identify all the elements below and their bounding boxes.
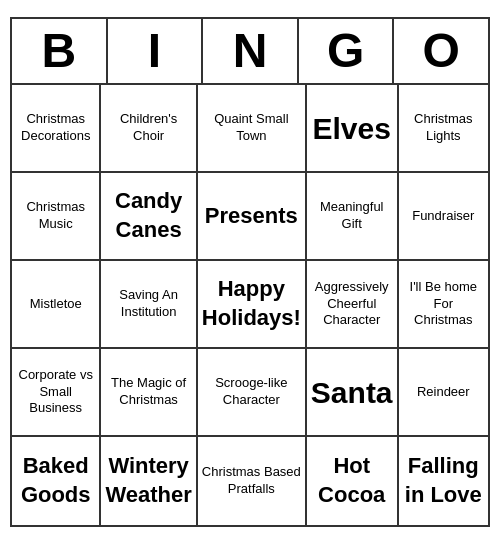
header-letter-o: O <box>394 19 488 83</box>
bingo-cell-0[interactable]: Christmas Decorations <box>12 85 101 173</box>
bingo-cell-21[interactable]: Wintery Weather <box>101 437 197 525</box>
bingo-cell-11[interactable]: Saving An Institution <box>101 261 197 349</box>
header-letter-b: B <box>12 19 108 83</box>
header-letter-n: N <box>203 19 299 83</box>
bingo-grid: Christmas DecorationsChildren's ChoirQua… <box>12 85 488 525</box>
bingo-cell-1[interactable]: Children's Choir <box>101 85 197 173</box>
bingo-cell-10[interactable]: Mistletoe <box>12 261 101 349</box>
bingo-cell-4[interactable]: Christmas Lights <box>399 85 488 173</box>
bingo-cell-13[interactable]: Aggressively Cheerful Character <box>307 261 399 349</box>
bingo-cell-19[interactable]: Reindeer <box>399 349 488 437</box>
bingo-cell-12[interactable]: Happy Holidays! <box>198 261 307 349</box>
bingo-cell-18[interactable]: Santa <box>307 349 399 437</box>
bingo-card: BINGO Christmas DecorationsChildren's Ch… <box>10 17 490 527</box>
bingo-cell-5[interactable]: Christmas Music <box>12 173 101 261</box>
bingo-cell-8[interactable]: Meaningful Gift <box>307 173 399 261</box>
header-letter-g: G <box>299 19 395 83</box>
bingo-cell-6[interactable]: Candy Canes <box>101 173 197 261</box>
bingo-cell-2[interactable]: Quaint Small Town <box>198 85 307 173</box>
bingo-cell-16[interactable]: The Magic of Christmas <box>101 349 197 437</box>
bingo-cell-22[interactable]: Christmas Based Pratfalls <box>198 437 307 525</box>
bingo-cell-9[interactable]: Fundraiser <box>399 173 488 261</box>
bingo-cell-23[interactable]: Hot Cocoa <box>307 437 399 525</box>
bingo-cell-20[interactable]: Baked Goods <box>12 437 101 525</box>
bingo-cell-7[interactable]: Presents <box>198 173 307 261</box>
bingo-cell-24[interactable]: Falling in Love <box>399 437 488 525</box>
bingo-cell-15[interactable]: Corporate vs Small Business <box>12 349 101 437</box>
bingo-cell-17[interactable]: Scrooge-like Character <box>198 349 307 437</box>
bingo-cell-14[interactable]: I'll Be home For Christmas <box>399 261 488 349</box>
bingo-header: BINGO <box>12 19 488 85</box>
header-letter-i: I <box>108 19 204 83</box>
bingo-cell-3[interactable]: Elves <box>307 85 399 173</box>
